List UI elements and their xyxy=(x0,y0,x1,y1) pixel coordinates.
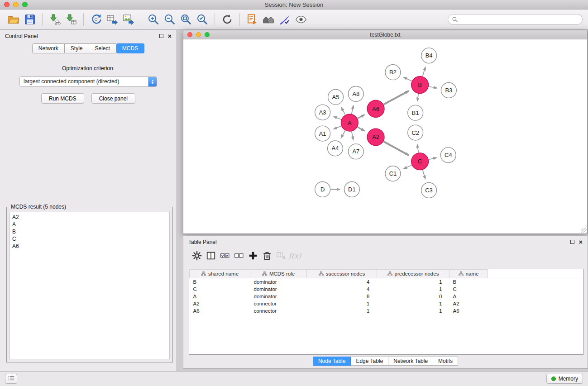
graph-edge-A-A4[interactable] xyxy=(341,130,345,138)
graph-node-D[interactable]: D xyxy=(315,182,330,197)
graph-edge-B-B4[interactable] xyxy=(423,67,425,76)
cell-shared-name[interactable]: A xyxy=(190,293,250,300)
graph-node-A7[interactable]: A7 xyxy=(348,144,363,159)
table-row[interactable]: A2connector11A2 xyxy=(190,300,583,307)
graph-edge-C-C2[interactable] xyxy=(417,144,419,152)
graph-edge-A-A3[interactable] xyxy=(334,117,341,119)
graph-node-B3[interactable]: B3 xyxy=(441,83,456,98)
minimize-window-button[interactable] xyxy=(13,2,19,7)
graph-edge-A-A6[interactable] xyxy=(358,114,365,118)
graph-edge-A-A5[interactable] xyxy=(341,107,345,115)
cell-name[interactable]: C xyxy=(449,286,488,293)
graph-node-B[interactable]: B xyxy=(411,76,429,94)
graph-node-A3[interactable]: A3 xyxy=(315,105,330,120)
cell-name[interactable]: A xyxy=(449,293,488,300)
mcds-result-item[interactable]: A2 xyxy=(12,214,167,221)
close-window-button[interactable] xyxy=(4,2,10,7)
cell-shared-name[interactable]: B xyxy=(190,278,250,286)
search-input[interactable] xyxy=(460,16,578,23)
mcds-result-item[interactable]: B xyxy=(12,228,167,235)
network-close-button[interactable] xyxy=(187,32,192,37)
run-mcds-button[interactable]: Run MCDS xyxy=(41,93,84,104)
graph-node-C2[interactable]: C2 xyxy=(408,125,423,140)
close-panel-button[interactable]: Close panel xyxy=(91,93,135,104)
graph-edge-A-A1[interactable] xyxy=(334,126,341,129)
cell-successor-nodes[interactable]: 8 xyxy=(307,293,377,300)
table-row[interactable]: Adominator80A xyxy=(190,293,583,300)
network-canvas[interactable]: B4B2BB3A5A8A6A3AB1A1A2C2A4A7C4CC1DD1C3 xyxy=(184,40,587,233)
resize-grip-icon[interactable] xyxy=(581,228,587,233)
cell-mcds-role[interactable]: connector xyxy=(250,307,307,315)
graph-edge-C-C3[interactable] xyxy=(423,170,425,179)
cell-predecessor-nodes[interactable]: 1 xyxy=(377,300,449,307)
cell-mcds-role[interactable]: dominator xyxy=(250,286,307,293)
task-history-button[interactable] xyxy=(5,374,17,384)
criterion-dropdown[interactable]: largest connected component (directed) ▲… xyxy=(19,76,157,87)
graph-node-A2[interactable]: A2 xyxy=(367,129,384,146)
graph-node-A[interactable]: A xyxy=(341,114,358,131)
column-header-predecessor-nodes[interactable]: predecessor nodes xyxy=(377,270,449,278)
cell-predecessor-nodes[interactable]: 1 xyxy=(377,307,449,315)
open-session-button[interactable] xyxy=(5,12,22,27)
cell-name[interactable]: A2 xyxy=(449,300,488,307)
table-row[interactable]: A6connector11A6 xyxy=(190,307,583,315)
graph-edge-C-C4[interactable] xyxy=(429,157,437,159)
zoom-out-button[interactable] xyxy=(162,12,178,27)
close-table-panel-icon[interactable]: × xyxy=(579,240,583,244)
tab-edge-table[interactable]: Edge Table xyxy=(351,357,388,366)
graph-node-C[interactable]: C xyxy=(411,153,429,170)
network-minimize-button[interactable] xyxy=(196,32,201,37)
column-header-mcds-role[interactable]: MCDS role xyxy=(250,270,307,278)
cell-name[interactable]: B xyxy=(449,278,488,286)
toggle-columns-button[interactable] xyxy=(204,249,218,262)
memory-button[interactable]: Memory xyxy=(546,374,583,384)
export-table-button[interactable] xyxy=(104,12,120,27)
function-builder-button[interactable]: f(x) xyxy=(288,249,302,262)
graph-node-A1[interactable]: A1 xyxy=(315,126,330,141)
zoom-in-button[interactable] xyxy=(145,12,162,27)
report-button[interactable] xyxy=(244,12,260,27)
table-row[interactable]: Cdominator41C xyxy=(190,286,583,293)
graph-node-A4[interactable]: A4 xyxy=(328,141,343,156)
cell-shared-name[interactable]: C xyxy=(190,286,250,293)
mcds-result-item[interactable]: A6 xyxy=(12,243,167,250)
show-hide-button[interactable] xyxy=(293,12,309,27)
mcds-result-list[interactable]: A2ABCA6 xyxy=(10,212,170,359)
graph-edge-B-B2[interactable] xyxy=(403,77,411,81)
graph-node-B1[interactable]: B1 xyxy=(408,105,423,120)
graph-edge-A-A7[interactable] xyxy=(352,132,354,140)
zoom-fit-button[interactable] xyxy=(178,12,194,27)
cell-shared-name[interactable]: A6 xyxy=(190,307,250,315)
column-header-name[interactable]: name xyxy=(449,270,488,278)
style-check-button[interactable] xyxy=(277,12,293,27)
mcds-result-item[interactable]: C xyxy=(12,235,167,243)
table-row[interactable]: Bdominator41B xyxy=(190,278,583,286)
graph-node-A6[interactable]: A6 xyxy=(367,100,384,117)
network-zoom-button[interactable] xyxy=(205,32,210,37)
tab-style[interactable]: Style xyxy=(65,43,89,53)
delete-column-button[interactable] xyxy=(260,249,274,262)
delete-table-button[interactable] xyxy=(274,249,288,262)
cell-predecessor-nodes[interactable]: 1 xyxy=(377,278,449,286)
graph-edge-A2-C[interactable] xyxy=(384,142,409,156)
graph-node-D1[interactable]: D1 xyxy=(344,182,359,197)
import-network-button[interactable] xyxy=(47,12,63,27)
mcds-result-item[interactable]: A xyxy=(12,221,167,228)
tab-node-table[interactable]: Node Table xyxy=(313,357,351,366)
network-graph[interactable]: B4B2BB3A5A8A6A3AB1A1A2C2A4A7C4CC1DD1C3 xyxy=(184,40,587,233)
graph-edge-A6-B[interactable] xyxy=(384,91,409,105)
cell-predecessor-nodes[interactable]: 1 xyxy=(377,286,449,293)
apply-layout-button[interactable] xyxy=(219,12,235,27)
create-column-button[interactable] xyxy=(246,249,260,262)
graph-edge-B-B1[interactable] xyxy=(417,94,419,101)
export-image-button[interactable] xyxy=(120,12,137,27)
zoom-selected-button[interactable] xyxy=(194,12,210,27)
tab-motifs[interactable]: Motifs xyxy=(433,357,458,366)
home-button[interactable] xyxy=(260,12,277,27)
save-session-button[interactable] xyxy=(22,12,38,27)
graph-node-C1[interactable]: C1 xyxy=(385,166,401,181)
cell-shared-name[interactable]: A2 xyxy=(190,300,250,307)
import-table-button[interactable] xyxy=(63,12,79,27)
column-header-shared-name[interactable]: shared name xyxy=(190,270,250,278)
tab-network[interactable]: Network xyxy=(32,43,65,53)
